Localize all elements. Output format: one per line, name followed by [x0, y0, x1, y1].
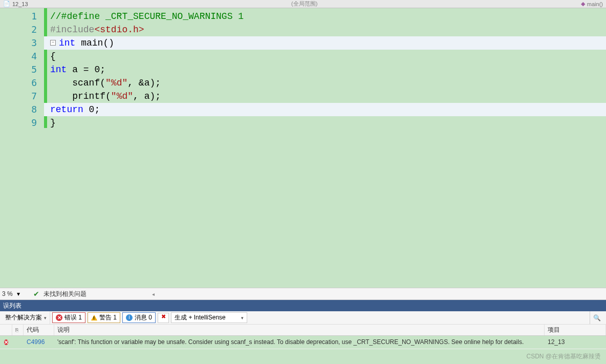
code-text: , &a);: [127, 76, 161, 90]
error-description: 'scanf': This function or variable may b…: [54, 338, 545, 347]
col-header-label: 项目: [548, 326, 560, 334]
messages-count-label: 消息 0: [135, 313, 152, 322]
file-tab-label: 12_13: [12, 1, 28, 7]
line-number: 9: [0, 116, 37, 130]
zoom-level[interactable]: 3 %: [2, 290, 13, 297]
clear-filter-button[interactable]: ✖: [158, 313, 169, 323]
code-text: "%d": [111, 90, 133, 103]
messages-filter-button[interactable]: i 消息 0: [122, 312, 156, 323]
code-text: printf(: [50, 90, 111, 103]
clear-icon: ✖: [161, 313, 166, 319]
line-number: 5: [0, 63, 37, 76]
search-icon: 🔍: [593, 314, 601, 322]
line-number: 1: [0, 10, 37, 23]
errors-filter-button[interactable]: ✕ 错误 1: [52, 312, 85, 323]
code-text: "%d": [105, 76, 127, 90]
source-label: 生成 + IntelliSense: [175, 313, 226, 322]
line-number: 3: [0, 36, 37, 50]
code-line[interactable]: }: [50, 116, 606, 130]
code-text: a = 0;: [67, 63, 105, 76]
line-number: 2: [0, 23, 37, 36]
col-code[interactable]: 代码: [24, 325, 54, 335]
code-text: 0;: [83, 103, 100, 116]
scope-label: 整个解决方案: [5, 313, 42, 322]
member-nav[interactable]: ◆ main(): [581, 1, 603, 7]
error-row-icon: ✕: [0, 338, 12, 346]
line-number: 8: [0, 103, 37, 116]
error-list-titlebar[interactable]: 误列表: [0, 300, 606, 311]
code-text: int: [59, 36, 75, 50]
line-number-gutter: 1 2 3 4 5 6 7 8 9: [0, 8, 44, 288]
error-code[interactable]: C4996: [24, 338, 54, 346]
code-text: //#define _CRT_SECURE_NO_WARNINGS 1: [50, 10, 244, 23]
method-icon: ◆: [581, 1, 585, 7]
code-text: main(): [75, 36, 114, 50]
line-number: 6: [0, 76, 37, 90]
code-text: <stdio.h>: [94, 23, 144, 36]
code-text: return: [50, 103, 83, 116]
scope-indicator[interactable]: (全局范围): [28, 0, 581, 8]
code-surface[interactable]: //#define _CRT_SECURE_NO_WARNINGS 1 #inc…: [44, 8, 606, 288]
code-line[interactable]: return 0;: [44, 103, 606, 116]
code-text: scanf(: [50, 76, 105, 90]
editor-navbar: 📄 12_13 (全局范围) ◆ main(): [0, 0, 606, 8]
watermark: CSDN @在肯德基吃麻辣烫: [526, 352, 601, 361]
code-editor[interactable]: 1 2 3 4 5 6 7 8 9 //#define _CRT_SECURE_…: [0, 8, 606, 288]
file-tab[interactable]: 📄 12_13: [3, 1, 28, 7]
line-number: 4: [0, 50, 37, 63]
error-list-toolbar: 整个解决方案 ▾ ✕ 错误 1 警告 1 i 消息 0 ✖ 生成 + Intel…: [0, 311, 606, 325]
error-project: 12_13: [545, 338, 606, 346]
check-ok-icon: ✔: [33, 290, 39, 298]
error-icon: ✕: [4, 339, 8, 345]
chevron-down-icon: ▾: [241, 315, 244, 320]
collapse-arrow-icon[interactable]: ◂: [152, 291, 155, 297]
code-text: #include: [50, 23, 94, 36]
scope-dropdown[interactable]: 整个解决方案 ▾: [2, 311, 50, 324]
editor-status-strip: 3 % ▾ ✔ 未找到相关问题 ◂: [0, 288, 606, 300]
error-list-title: 误列表: [3, 302, 21, 310]
warning-icon: [91, 315, 97, 320]
chevron-down-icon: ▾: [44, 315, 47, 320]
errors-count-label: 错误 1: [64, 313, 82, 322]
search-errors[interactable]: 🔍: [590, 311, 604, 324]
line-number: 7: [0, 90, 37, 103]
source-dropdown[interactable]: 生成 + IntelliSense ▾: [171, 312, 247, 323]
code-text: }: [50, 116, 56, 130]
info-icon: i: [126, 314, 133, 321]
col-header-label: 说明: [57, 326, 70, 334]
col-project[interactable]: 项目: [545, 325, 606, 335]
code-line[interactable]: scanf("%d", &a);: [50, 76, 606, 90]
code-text: , a);: [133, 90, 161, 103]
error-row[interactable]: ✕ C4996 'scanf': This function or variab…: [0, 336, 606, 349]
warnings-count-label: 警告 1: [99, 313, 117, 322]
col-icon[interactable]: [0, 325, 12, 335]
issues-status-text: 未找到相关问题: [44, 290, 86, 298]
member-nav-label: main(): [587, 1, 603, 7]
collapse-toggle-icon[interactable]: −: [50, 40, 56, 46]
col-pin[interactable]: ⎘: [12, 325, 24, 335]
col-description[interactable]: 说明: [54, 325, 545, 335]
error-list-header-row: ⎘ 代码 说明 项目: [0, 325, 606, 336]
code-line[interactable]: −int main(): [44, 36, 606, 50]
error-icon: ✕: [56, 314, 62, 321]
code-line[interactable]: //#define _CRT_SECURE_NO_WARNINGS 1: [50, 10, 606, 23]
code-line[interactable]: {: [50, 50, 606, 63]
warnings-filter-button[interactable]: 警告 1: [88, 312, 120, 323]
file-icon: 📄: [3, 1, 10, 7]
code-line[interactable]: printf("%d", a);: [50, 90, 606, 103]
code-text: int: [50, 63, 67, 76]
zoom-dropdown-icon[interactable]: ▾: [17, 290, 20, 297]
code-line[interactable]: int a = 0;: [50, 63, 606, 76]
error-list-table: ⎘ 代码 说明 项目 ✕ C4996 'scanf': This functio…: [0, 325, 606, 349]
col-header-label: 代码: [27, 326, 39, 334]
code-line[interactable]: #include<stdio.h>: [50, 23, 606, 36]
code-text: {: [50, 50, 56, 63]
